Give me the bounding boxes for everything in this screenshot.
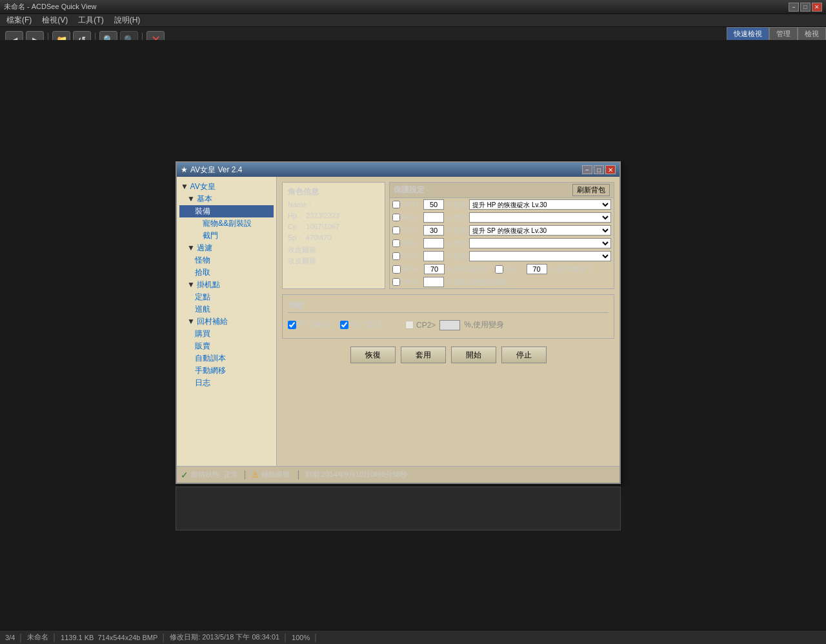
hp4-text: %,按'F1'鍵使用技能 (445, 277, 507, 287)
cp2-input[interactable] (423, 251, 444, 261)
sp1-input[interactable] (423, 225, 444, 236)
menu-file[interactable]: 檔案(F) (3, 14, 35, 26)
sp2-input[interactable] (423, 238, 444, 248)
sp1-select[interactable]: 提升 SP 的恢復碇水 Lv.30 (469, 225, 611, 236)
apply-button[interactable]: 套用 (401, 347, 446, 363)
titlebar-controls: − □ ✕ (789, 3, 822, 12)
hp1-input[interactable] (423, 199, 444, 210)
manual-assist-checkbox[interactable] (288, 321, 296, 329)
tree-item-autotrain[interactable]: 自動訓本 (179, 352, 274, 365)
menu-tools[interactable]: 工具(T) (74, 14, 107, 26)
hp2-checkbox[interactable] (392, 214, 400, 221)
tree-item-monster[interactable]: 怪物 (179, 254, 274, 267)
status-divider (245, 470, 245, 479)
hp1-checkbox[interactable] (392, 201, 400, 208)
right-panel: 角色信息 Name： Hp： 2323\2323 Cp： 1067\1067 (277, 177, 620, 466)
tree-item-equip[interactable]: 裝備 (179, 205, 274, 217)
char-field1: 玫皮爾斯 (288, 246, 316, 254)
death-revive-label: 死亡復活 (351, 319, 382, 330)
tree-item-buy[interactable]: 購買 (179, 328, 274, 340)
tree-item-fixed[interactable]: 定點 (179, 291, 274, 303)
hp4-checkbox[interactable] (392, 278, 400, 286)
cp2-select[interactable] (469, 251, 611, 261)
hp4-input[interactable] (423, 277, 444, 287)
hp1-text: %,使用 (445, 200, 468, 210)
tree-item-manualnet[interactable]: 手動網移 (179, 365, 274, 377)
minimize-button[interactable]: − (789, 3, 799, 12)
hp2-input[interactable] (423, 212, 444, 223)
hp1-select[interactable]: 提升 HP 的恢復碇水 Lv.30 (469, 199, 611, 210)
tab-quickview[interactable]: 快速檢視 (727, 27, 769, 41)
sp2-checkbox[interactable] (392, 239, 400, 247)
menu-view[interactable]: 檢視(V) (38, 14, 72, 26)
function-panel: 功能 手工輔助 死亡復活 CP2> (282, 294, 614, 339)
tree-item-door[interactable]: 截門 (179, 230, 274, 242)
game-statusbar: ✓ 眼睛狀態: 正常 ⚠ 輔助眼號: 到期:2014年9月10日0時8分58秒 (177, 466, 620, 483)
cp2-checkbox[interactable] (392, 252, 400, 260)
cp2-transform-item: CP2> %,使用變身 (405, 319, 504, 330)
start-button[interactable]: 開始 (451, 347, 496, 363)
cp2-text: %,使用 (445, 252, 468, 261)
tree-root[interactable]: ▼ AV女皇 (179, 181, 274, 193)
lower-content-area (176, 487, 621, 530)
tab-view[interactable]: 檢視 (798, 27, 826, 41)
sp-value: 470\470 (306, 234, 332, 241)
sp-hp3-input[interactable] (527, 264, 547, 274)
tree-item-pet[interactable]: 寵物&&副裝設 (179, 217, 274, 230)
cp-value: 1067\1067 (306, 223, 339, 230)
tree-item-filter[interactable]: ▼ 過濾 (179, 242, 274, 254)
prot-row-hp2: HP2< %,使用 (390, 211, 614, 224)
tree-root-label: AV女皇 (190, 182, 216, 191)
tree-item-log[interactable]: 日志 (179, 377, 274, 389)
assistant-label: 輔助眼號: (261, 470, 292, 479)
restore-button[interactable]: □ (800, 3, 811, 12)
menu-help[interactable]: 說明(H) (110, 14, 145, 26)
protection-panel: 保護設定 刷新背包 HP1< %,使用 提升 HP 的恢復碇水 Lv.30 (389, 182, 614, 289)
protection-title: 保護設定 刷新背包 (390, 183, 614, 198)
hp-value: 2323\2323 (306, 212, 339, 219)
cp2-transform-text: %,使用變身 (464, 319, 504, 330)
hp1-label: HP1< (401, 201, 422, 208)
protection-title-text: 保護設定 (394, 185, 425, 196)
game-restore-button[interactable]: □ (594, 165, 604, 174)
stop-button[interactable]: 停止 (501, 347, 547, 363)
main-content: ★ AV女皇 Ver 2.4 − □ ✕ ▼ AV女皇 ▼ 基本 (0, 40, 826, 630)
status-assistant: ⚠ 輔助眼號: (252, 470, 292, 479)
game-body: ▼ AV女皇 ▼ 基本 裝備 寵物&&副裝設 截門 ▼ 過濾 (177, 177, 620, 466)
char-info-panel: 角色信息 Name： Hp： 2323\2323 Cp： 1067\1067 (282, 182, 385, 289)
game-window: ★ AV女皇 Ver 2.4 − □ ✕ ▼ AV女皇 ▼ 基本 (176, 161, 621, 484)
tree-item-sell[interactable]: 販賣 (179, 340, 274, 352)
close-button[interactable]: ✕ (812, 3, 822, 12)
status-value: 正常 (224, 470, 238, 479)
death-revive-checkbox[interactable] (340, 321, 348, 329)
hp3-text: %,按'O'鍵坐下 (446, 265, 491, 274)
app-statusbar: 3/4 │ 未命名 │ 1139.1 KB 714x544x24b BMP │ … (0, 630, 826, 644)
page-info: 3/4 (5, 634, 15, 641)
game-close-button[interactable]: ✕ (605, 165, 616, 174)
tree-item-hangpoint[interactable]: ▼ 掛机點 (179, 279, 274, 291)
menubar: 檔案(F) 檢視(V) 工具(T) 說明(H) (0, 14, 826, 27)
hp3-input[interactable] (424, 264, 445, 274)
sp2-text: %,使用 (445, 239, 468, 248)
hp3-checkbox[interactable] (392, 265, 401, 274)
refresh-backpack-button[interactable]: 刷新背包 (572, 184, 610, 196)
sp1-checkbox[interactable] (392, 226, 400, 234)
function-row: 手工輔助 死亡復活 CP2> %,使用變身 (288, 317, 609, 333)
status-label: 眼睛狀態: (191, 470, 221, 479)
prot-row-sp1: SP1< %,使用 提升 SP 的恢復碇水 Lv.30 (390, 224, 614, 237)
sp2-select[interactable] (469, 238, 611, 248)
restore-button[interactable]: 恢復 (350, 347, 396, 363)
tree-item-pickup[interactable]: 拾取 (179, 267, 274, 279)
cp-label: Cp： (288, 223, 304, 230)
sp-hp3-checkbox[interactable] (495, 265, 503, 274)
cp2-transform-checkbox[interactable] (405, 321, 414, 329)
game-minimize-button[interactable]: − (582, 165, 592, 174)
hp2-select[interactable] (469, 212, 611, 223)
dimensions-info: 714x544x24b BMP (97, 634, 157, 641)
death-revive-item: 死亡復活 (340, 319, 382, 330)
cp2-transform-input[interactable] (439, 320, 460, 330)
tree-item-patrol[interactable]: 巡航 (179, 303, 274, 316)
tree-item-returnvillage[interactable]: ▼ 回村補給 (179, 316, 274, 328)
tree-item-basic[interactable]: ▼ 基本 (179, 193, 274, 205)
tab-manage[interactable]: 管理 (769, 27, 798, 41)
